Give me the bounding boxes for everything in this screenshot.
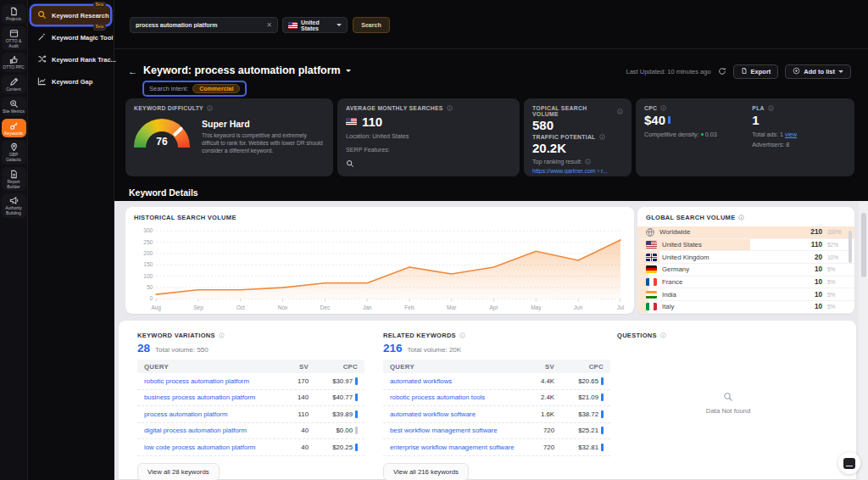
sidebar-item-otto-ppc[interactable]: OTTO PPC (2, 53, 26, 72)
historical-search-volume-chart: 050100150200250300AugSepOctNovDecJanFebM… (131, 226, 629, 311)
keyword-link[interactable]: automated workflows (390, 377, 519, 385)
title-chevron-down-icon[interactable] (346, 70, 351, 72)
country-percent: 100% (827, 229, 846, 235)
info-icon (599, 134, 605, 140)
region-select[interactable]: United States (282, 17, 348, 33)
country-row[interactable]: Worldwide210100% (637, 226, 854, 239)
related-total: Total volume: 20K (408, 346, 462, 354)
sv-value: 110 (273, 410, 309, 418)
country-percent: 5% (827, 304, 846, 310)
search-intent-label: Search intent: (149, 85, 188, 92)
sv-value: 170 (273, 377, 309, 385)
refresh-icon[interactable] (718, 64, 726, 79)
page-scrollbar-thumb[interactable] (861, 213, 866, 277)
view-all-variations-button[interactable]: View all 28 keywords (137, 463, 220, 480)
search-button[interactable]: Search (353, 17, 390, 33)
country-row[interactable]: India105% (637, 288, 854, 301)
megaphone-icon (9, 196, 19, 205)
historical-search-volume-card: HISTORICAL SEARCH VOLUME 050100150200250… (125, 207, 634, 314)
pla-value: 1 (752, 113, 846, 127)
export-button[interactable]: Export (733, 64, 779, 79)
country-row[interactable]: France105% (637, 276, 854, 289)
country-row[interactable]: United Kingdom2010% (637, 251, 854, 264)
menu-item-keyword-rank-tracker[interactable]: Keyword Rank Trac... (31, 50, 110, 69)
menu-item-keyword-gap[interactable]: Keyword Gap (31, 72, 110, 91)
sidebar-item-site-metrics[interactable]: Site Metrics (2, 97, 26, 116)
country-percent: 52% (827, 242, 846, 248)
sidebar-item-label: Projects (6, 17, 21, 22)
keyword-link[interactable]: best workflow management software (390, 427, 519, 434)
page-scrollbar-track[interactable] (859, 201, 868, 480)
country-row[interactable]: Italy105% (637, 301, 854, 314)
svg-text:Dec: Dec (320, 304, 331, 310)
keyword-variations-section: KEYWORD VARIATIONS 28Total volume: 550 Q… (137, 332, 364, 480)
keyword-search-input[interactable] (136, 22, 263, 28)
card-title: PLA (752, 105, 765, 111)
sidebar-item-report-builder[interactable]: Report Builder (2, 167, 26, 192)
report-icon (9, 170, 19, 179)
country-percent: 10% (827, 254, 846, 260)
keyword-link[interactable]: robotic process automation platform (144, 377, 273, 385)
cpc-text: $32.81 (578, 444, 598, 451)
sidebar-item-content[interactable]: Content (2, 75, 26, 94)
chat-widget-button[interactable] (838, 452, 860, 474)
add-to-list-button[interactable]: Add to list (785, 64, 851, 79)
cpc-header: CPC (554, 363, 604, 371)
app-root: Projects OTTO & Audit OTTO PPC Content S… (0, 0, 868, 480)
info-icon (447, 105, 453, 111)
global-volume-list: Worldwide210100% United States11052% Uni… (637, 226, 854, 314)
sidebar-item-keywords[interactable]: Keywords (2, 119, 26, 138)
keyword-link[interactable]: digital process automation platform (144, 427, 273, 434)
sidebar-item-gbp-galactic[interactable]: GBP Galactic (2, 140, 26, 165)
traffic-potential-title: TRAFFIC POTENTIAL (532, 134, 596, 140)
pencil-icon (9, 77, 19, 87)
top-ranking-result-link[interactable]: https://www.gartner.com › r... (532, 168, 623, 174)
query-header: QUERY (390, 363, 519, 371)
monthly-searches-value: 110 (362, 114, 382, 129)
keyword-difficulty-card: KEYWORD DIFFICULTY 76 Super Hard This ke… (125, 98, 333, 176)
sidebar-item-authority-building[interactable]: Authority Building (2, 193, 26, 218)
chevron-down-icon (838, 70, 843, 73)
keyword-link[interactable]: automated workflow software (390, 410, 519, 418)
variations-count: 28 (137, 342, 150, 354)
sv-value: 140 (273, 393, 309, 401)
card-scrollbar-thumb[interactable] (849, 231, 852, 263)
beta-badge: Beta (93, 2, 106, 8)
difficulty-gauge: 76 (134, 119, 190, 148)
keyword-link[interactable]: enterprise workflow management software (390, 444, 519, 451)
clear-search-icon[interactable]: ✕ (266, 22, 272, 29)
sidebar-item-projects[interactable]: Projects (2, 4, 26, 24)
keyword-link[interactable]: business process automation platform (144, 393, 273, 401)
topical-volume-value: 580 (532, 118, 623, 132)
cpc-text: $20.65 (578, 377, 598, 385)
info-icon (219, 332, 225, 338)
germany-flag-icon (646, 265, 657, 273)
keyword-link[interactable]: low code process automation platform (144, 444, 273, 451)
section-title: KEYWORD VARIATIONS (137, 332, 215, 339)
country-row[interactable]: Germany105% (637, 264, 854, 276)
svg-text:100: 100 (143, 273, 153, 279)
keyword-link[interactable]: robotic process automation tools (390, 393, 519, 401)
traffic-potential-value: 20.2K (532, 141, 623, 155)
view-all-related-button[interactable]: View all 216 keywords (383, 463, 469, 480)
country-volume: 10 (798, 278, 822, 286)
variations-total: Total volume: 550 (155, 346, 209, 354)
thumbs-up-icon (9, 55, 19, 64)
svg-text:Nov: Nov (278, 304, 288, 310)
country-row[interactable]: United States11052% (637, 239, 854, 252)
export-label: Export (751, 68, 771, 75)
view-ads-link[interactable]: view (785, 131, 797, 137)
keyword-link[interactable]: process automation platform (144, 410, 273, 418)
keyword-search-box: ✕ (130, 17, 278, 33)
section-title: RELATED KEYWORDS (383, 332, 456, 339)
back-arrow-icon[interactable]: ← (128, 66, 137, 76)
menu-item-keyword-magic-tool[interactable]: Beta Keyword Magic Tool (31, 28, 110, 47)
sidebar-item-otto-audit[interactable]: OTTO & Audit (2, 26, 26, 51)
info-icon (660, 105, 666, 111)
country-name: Worldwide (659, 228, 793, 236)
italy-flag-icon (646, 303, 657, 310)
menu-item-keyword-research[interactable]: Beta Keyword Research (31, 6, 110, 25)
us-flag-icon (646, 241, 657, 248)
cpc-bar-icon (601, 410, 604, 418)
country-percent: 5% (827, 279, 846, 285)
